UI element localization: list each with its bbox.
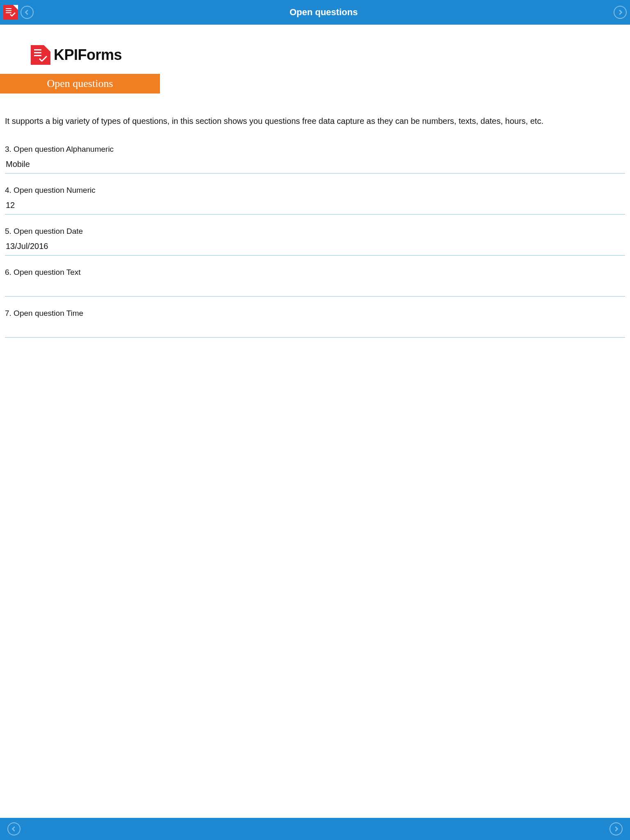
top-navbar: Open questions (0, 0, 630, 25)
question-block: 7. Open question Time (5, 309, 625, 338)
footer-nav-back-button[interactable] (7, 822, 21, 835)
section-banner: Open questions (0, 74, 160, 94)
question-label: 5. Open question Date (5, 227, 625, 236)
numeric-input[interactable] (5, 198, 625, 215)
app-logo-icon (3, 5, 18, 20)
nav-forward-button[interactable] (614, 6, 627, 19)
kpiforms-logo-icon (31, 45, 50, 65)
alphanumeric-input[interactable] (5, 157, 625, 173)
questions-list: 3. Open question Alphanumeric 4. Open qu… (0, 127, 630, 338)
brand-name: KPIForms (54, 46, 122, 64)
question-block: 6. Open question Text (5, 268, 625, 297)
nav-back-button[interactable] (21, 6, 34, 19)
question-block: 5. Open question Date (5, 227, 625, 256)
section-description: It supports a big variety of types of qu… (0, 94, 630, 127)
time-input[interactable] (5, 321, 625, 338)
bottom-navbar (0, 818, 630, 840)
question-block: 4. Open question Numeric (5, 186, 625, 215)
brand-header: KPIForms Open questions (0, 25, 630, 94)
question-label: 4. Open question Numeric (5, 186, 625, 195)
page-title: Open questions (34, 7, 614, 18)
question-block: 3. Open question Alphanumeric (5, 145, 625, 173)
question-label: 7. Open question Time (5, 309, 625, 318)
text-input[interactable] (5, 280, 625, 297)
question-label: 3. Open question Alphanumeric (5, 145, 625, 154)
main-content: KPIForms Open questions It supports a bi… (0, 25, 630, 818)
question-label: 6. Open question Text (5, 268, 625, 277)
footer-nav-forward-button[interactable] (609, 822, 623, 835)
date-input[interactable] (5, 239, 625, 256)
